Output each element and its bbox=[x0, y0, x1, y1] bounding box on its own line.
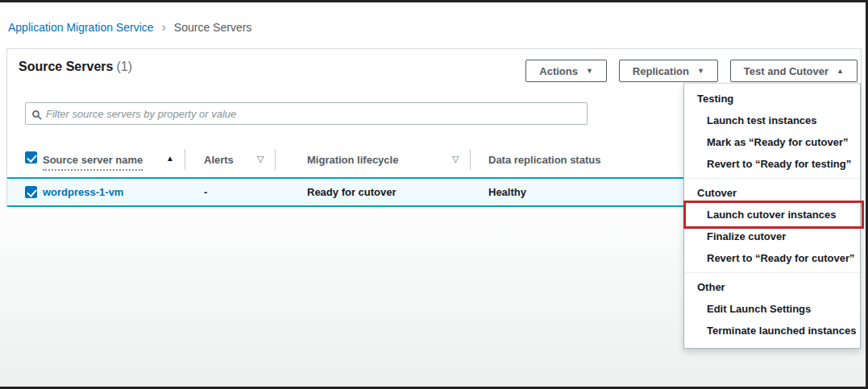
test-and-cutover-button-label: Test and Cutover bbox=[744, 65, 829, 77]
select-all-checkbox[interactable] bbox=[25, 151, 37, 163]
menu-item-revert-ready-for-cutover[interactable]: Revert to “Ready for cutover” bbox=[684, 247, 860, 269]
page-title: Source Servers(1) bbox=[19, 60, 132, 74]
data-replication-status-cell: Healthy bbox=[488, 186, 526, 198]
row-checkbox[interactable] bbox=[25, 186, 37, 198]
menu-item-edit-launch-settings[interactable]: Edit Launch Settings bbox=[684, 298, 860, 320]
breadcrumb: Application Migration Service › Source S… bbox=[8, 20, 251, 35]
column-divider bbox=[470, 149, 471, 170]
column-header-source-server-name[interactable]: Source server name bbox=[43, 154, 143, 171]
toolbar: Actions ▼ Replication ▼ Test and Cutover… bbox=[525, 60, 858, 82]
replication-button[interactable]: Replication ▼ bbox=[619, 60, 718, 82]
column-header-data-replication-status: Data replication status bbox=[488, 154, 600, 166]
caret-up-icon: ▲ bbox=[837, 67, 844, 75]
server-name-link[interactable]: wordpress-1-vm bbox=[43, 186, 123, 198]
migration-lifecycle-cell: Ready for cutover bbox=[307, 186, 397, 198]
breadcrumb-current-page: Source Servers bbox=[174, 21, 251, 34]
server-count-badge: (1) bbox=[116, 60, 132, 73]
filter-bar bbox=[25, 102, 588, 125]
search-icon bbox=[32, 110, 39, 118]
test-and-cutover-button[interactable]: Test and Cutover ▲ bbox=[730, 60, 858, 82]
sort-inactive-icon[interactable]: ▽ bbox=[452, 154, 459, 164]
menu-item-revert-ready-for-testing[interactable]: Revert to “Ready for testing” bbox=[684, 153, 860, 175]
sort-inactive-icon[interactable]: ▽ bbox=[257, 154, 264, 164]
menu-item-launch-test-instances[interactable]: Launch test instances bbox=[684, 110, 860, 131]
app-migration-console: Application Migration Service › Source S… bbox=[0, 0, 868, 389]
replication-button-label: Replication bbox=[633, 65, 689, 77]
breadcrumb-link-service[interactable]: Application Migration Service bbox=[8, 21, 154, 34]
menu-section-cutover: Cutover bbox=[684, 181, 860, 204]
menu-item-mark-ready-for-cutover[interactable]: Mark as “Ready for cutover” bbox=[684, 131, 860, 153]
column-header-migration-lifecycle[interactable]: Migration lifecycle bbox=[307, 154, 398, 166]
menu-item-label: Launch cutover instances bbox=[707, 209, 836, 221]
alerts-cell: - bbox=[204, 186, 207, 198]
test-and-cutover-dropdown-menu: Testing Launch test instances Mark as “R… bbox=[683, 83, 861, 349]
caret-down-icon: ▼ bbox=[697, 67, 704, 75]
filter-input[interactable] bbox=[46, 108, 580, 120]
actions-button-label: Actions bbox=[539, 65, 578, 77]
actions-button[interactable]: Actions ▼ bbox=[525, 60, 607, 82]
sort-ascending-icon[interactable]: ▲ bbox=[166, 154, 174, 163]
caret-down-icon: ▼ bbox=[586, 67, 593, 75]
page-title-text: Source Servers bbox=[19, 60, 113, 73]
menu-section-testing: Testing bbox=[684, 87, 860, 110]
column-divider bbox=[275, 149, 276, 170]
menu-item-launch-cutover-instances[interactable]: Launch cutover instances bbox=[684, 204, 860, 226]
menu-divider bbox=[684, 178, 860, 179]
menu-divider bbox=[684, 272, 860, 273]
column-header-alerts[interactable]: Alerts bbox=[204, 154, 234, 166]
menu-item-terminate-launched-instances[interactable]: Terminate launched instances bbox=[684, 320, 860, 341]
menu-section-other: Other bbox=[684, 275, 860, 298]
chevron-right-icon: › bbox=[162, 20, 166, 35]
column-divider bbox=[185, 149, 185, 170]
menu-item-finalize-cutover[interactable]: Finalize cutover bbox=[684, 226, 860, 247]
